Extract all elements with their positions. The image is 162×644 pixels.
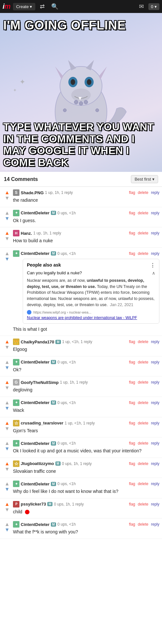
- delete-button[interactable]: delete: [138, 421, 148, 425]
- username[interactable]: GoofyTheNullSimp: [21, 380, 59, 385]
- upvote-button[interactable]: ▲: [5, 421, 10, 426]
- downvote-button[interactable]: ▼: [5, 426, 10, 431]
- mail-icon[interactable]: ✉: [137, 3, 146, 10]
- downvote-button[interactable]: ▼: [5, 527, 10, 532]
- reply-button[interactable]: reply: [151, 522, 159, 527]
- collapse-icon[interactable]: ∧: [152, 270, 155, 276]
- create-button[interactable]: Create ▾: [13, 3, 36, 10]
- flag-button[interactable]: flag: [129, 251, 135, 256]
- flag-button[interactable]: flag: [129, 441, 135, 446]
- flag-button[interactable]: flag: [129, 421, 135, 425]
- reply-button[interactable]: reply: [151, 231, 159, 235]
- flag-button[interactable]: flag: [129, 211, 135, 215]
- comment-meta: 👑 ChalkyPanda170 M 1 up, <1h, 1 reply fl…: [13, 339, 159, 345]
- username[interactable]: CintentDeleter: [21, 522, 50, 527]
- notification-badge[interactable]: 0 ▾: [148, 3, 159, 10]
- username[interactable]: crusading_tearslover: [21, 421, 64, 425]
- downvote-button[interactable]: ▼: [5, 385, 10, 390]
- delete-button[interactable]: delete: [138, 502, 148, 507]
- reply-button[interactable]: reply: [151, 251, 159, 256]
- comment-meta: ✦ CintentDeleter M 0 ups, <1h flag delet…: [13, 359, 159, 365]
- reply-button[interactable]: reply: [151, 190, 159, 195]
- username[interactable]: CintentDeleter: [21, 482, 50, 486]
- flag-button[interactable]: flag: [129, 190, 135, 195]
- delete-button[interactable]: delete: [138, 190, 148, 195]
- downvote-button[interactable]: ▼: [5, 467, 10, 472]
- username[interactable]: Jtugboattizzymo: [21, 461, 54, 466]
- upvote-button[interactable]: ▲: [5, 522, 10, 527]
- delete-button[interactable]: delete: [138, 461, 148, 466]
- username[interactable]: CintentDeleter: [21, 210, 50, 215]
- delete-button[interactable]: delete: [138, 441, 148, 446]
- upvote-button[interactable]: ▲: [5, 231, 10, 236]
- reply-button[interactable]: reply: [151, 340, 159, 344]
- delete-button[interactable]: delete: [138, 340, 148, 344]
- flag-button[interactable]: flag: [129, 360, 135, 364]
- downvote-button[interactable]: ▼: [5, 487, 10, 492]
- reply-button[interactable]: reply: [151, 421, 159, 425]
- flag-button[interactable]: flag: [129, 461, 135, 466]
- reply-button[interactable]: reply: [151, 461, 159, 466]
- delete-button[interactable]: delete: [138, 380, 148, 385]
- downvote-button[interactable]: ▼: [5, 446, 10, 451]
- username[interactable]: CintentDeleter: [21, 400, 50, 405]
- downvote-button[interactable]: ▼: [5, 507, 10, 512]
- delete-button[interactable]: delete: [138, 482, 148, 486]
- reply-button[interactable]: reply: [151, 380, 159, 385]
- notif-count: 0: [151, 4, 153, 9]
- flag-button[interactable]: flag: [129, 522, 135, 527]
- upvote-button[interactable]: ▲: [5, 400, 10, 405]
- reply-button[interactable]: reply: [151, 400, 159, 405]
- flag-button[interactable]: flag: [129, 502, 135, 507]
- reply-button[interactable]: reply: [151, 441, 159, 446]
- flag-button[interactable]: flag: [129, 231, 135, 235]
- reply-button[interactable]: reply: [151, 211, 159, 215]
- upvote-button[interactable]: ▲: [5, 461, 10, 466]
- delete-button[interactable]: delete: [138, 251, 148, 256]
- upvote-button[interactable]: ▲: [5, 251, 10, 256]
- username[interactable]: CintentDeleter: [21, 251, 50, 256]
- upvote-button[interactable]: ▲: [5, 380, 10, 385]
- delete-button[interactable]: delete: [138, 211, 148, 215]
- flag-button[interactable]: flag: [129, 340, 135, 344]
- upvote-button[interactable]: ▲: [5, 502, 10, 507]
- downvote-button[interactable]: ▼: [5, 406, 10, 411]
- delete-button[interactable]: delete: [138, 522, 148, 527]
- username[interactable]: ChalkyPanda170: [21, 340, 54, 344]
- site-logo[interactable]: im: [3, 2, 10, 11]
- upvote-button[interactable]: ▲: [5, 441, 10, 446]
- username[interactable]: pssylicker73: [21, 502, 46, 507]
- delete-button[interactable]: delete: [138, 360, 148, 364]
- search-icon[interactable]: 🔍: [49, 3, 60, 10]
- upvote-button[interactable]: ▲: [5, 190, 10, 195]
- reply-button[interactable]: reply: [151, 502, 159, 507]
- shuffle-icon[interactable]: ⇄: [38, 3, 47, 10]
- delete-button[interactable]: delete: [138, 231, 148, 235]
- downvote-button[interactable]: ▼: [5, 236, 10, 241]
- downvote-button[interactable]: ▼: [5, 196, 10, 201]
- comment-actions: flag delete reply: [129, 461, 159, 466]
- upvote-button[interactable]: ▲: [5, 360, 10, 365]
- downvote-button[interactable]: ▼: [5, 256, 10, 262]
- downvote-button[interactable]: ▼: [5, 216, 10, 221]
- username[interactable]: CintentDeleter: [21, 441, 50, 446]
- snippet-link[interactable]: Nuclear weapons are prohibited under int…: [27, 315, 155, 320]
- flag-button[interactable]: flag: [129, 380, 135, 385]
- reply-button[interactable]: reply: [151, 360, 159, 364]
- upvote-button[interactable]: ▲: [5, 339, 10, 344]
- upvote-button[interactable]: ▲: [5, 210, 10, 216]
- downvote-button[interactable]: ▼: [5, 365, 10, 370]
- upvote-button[interactable]: ▲: [5, 481, 10, 486]
- username[interactable]: Hanz.: [21, 231, 32, 236]
- username[interactable]: CintentDeleter: [21, 360, 50, 364]
- flag-button[interactable]: flag: [129, 482, 135, 486]
- snippet-menu-icon[interactable]: ⋮: [150, 262, 155, 268]
- username[interactable]: Shade.PNG: [21, 190, 44, 195]
- reply-button[interactable]: reply: [151, 482, 159, 486]
- sort-button[interactable]: Best first ▾: [131, 175, 158, 183]
- snippet-link-text[interactable]: Nuclear weapons are prohibited under int…: [27, 316, 137, 320]
- downvote-button[interactable]: ▼: [5, 345, 10, 350]
- delete-button[interactable]: delete: [138, 400, 148, 405]
- flag-button[interactable]: flag: [129, 400, 135, 405]
- comment-row: ▲ ▼ P pssylicker73 M 0 ups, 1h, 1 reply …: [0, 500, 162, 517]
